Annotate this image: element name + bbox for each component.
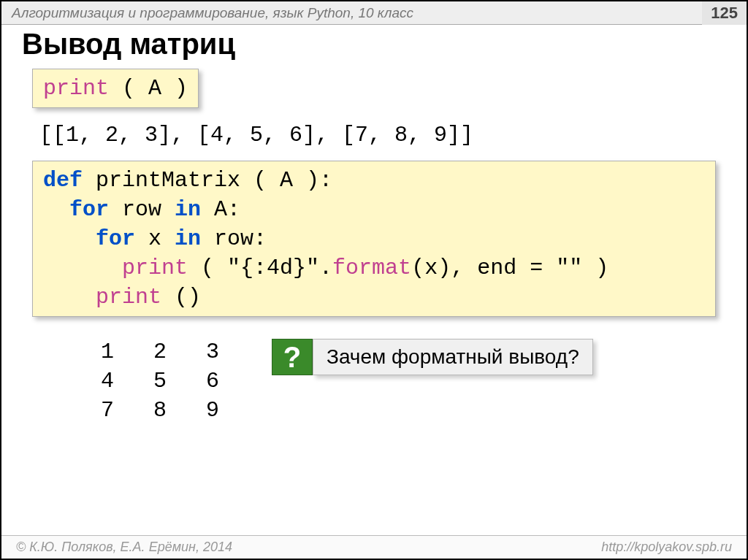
token-name: printMatrix ( A ): [83, 168, 332, 193]
token: (x), end [411, 256, 516, 280]
token: x [135, 226, 175, 251]
token-arg: A [148, 76, 161, 101]
header-bar: Алгоритмизация и программирование, язык … [1, 1, 747, 25]
kw-for: for [69, 197, 109, 222]
code-printmatrix: def printMatrix ( A ): for row in A: for… [32, 161, 716, 317]
token: . [319, 256, 332, 280]
footer-copyright: © К.Ю. Поляков, Е.А. Ерёмин, 2014 [16, 540, 232, 555]
token: A: [201, 197, 240, 222]
token-print: print [96, 285, 161, 310]
breadcrumb: Алгоритмизация и программирование, язык … [12, 5, 413, 21]
kw-for: for [96, 226, 135, 251]
token: row: [201, 226, 267, 251]
token-paren: ( [109, 76, 148, 101]
token-paren: ) [161, 76, 188, 101]
matrix-output: 1 2 3 4 5 6 7 8 9 [75, 337, 219, 425]
token: ) [582, 256, 608, 280]
token-print: print [122, 256, 188, 280]
token-print: print [43, 76, 109, 101]
token: ( [188, 256, 227, 280]
token: () [161, 285, 201, 310]
kw-in: in [175, 197, 201, 222]
kw-def: def [43, 168, 83, 193]
token: row [109, 197, 175, 222]
token: = [516, 256, 556, 280]
code-print-a: print ( A ) [32, 69, 199, 108]
raw-list-output: [[1, 2, 3], [4, 5, 6], [7, 8, 9]] [39, 121, 716, 149]
question-text: Зачем форматный вывод? [313, 339, 593, 375]
question-icon: ? [272, 339, 313, 375]
page-title: Вывод матриц [22, 28, 235, 61]
token-format: format [332, 256, 411, 280]
question-callout: ? Зачем форматный вывод? [272, 339, 593, 375]
slide: Алгоритмизация и программирование, язык … [0, 0, 748, 560]
footer-url: http://kpolyakov.spb.ru [601, 540, 732, 555]
kw-in: in [175, 226, 201, 251]
body: print ( A ) [[1, 2, 3], [4, 5, 6], [7, 8… [32, 69, 716, 327]
footer-bar: © К.Ю. Поляков, Е.А. Ерёмин, 2014 http:/… [1, 535, 747, 559]
page-number: 125 [702, 1, 747, 25]
token-str: "" [556, 256, 582, 280]
token-str: "{:4d}" [227, 256, 319, 280]
